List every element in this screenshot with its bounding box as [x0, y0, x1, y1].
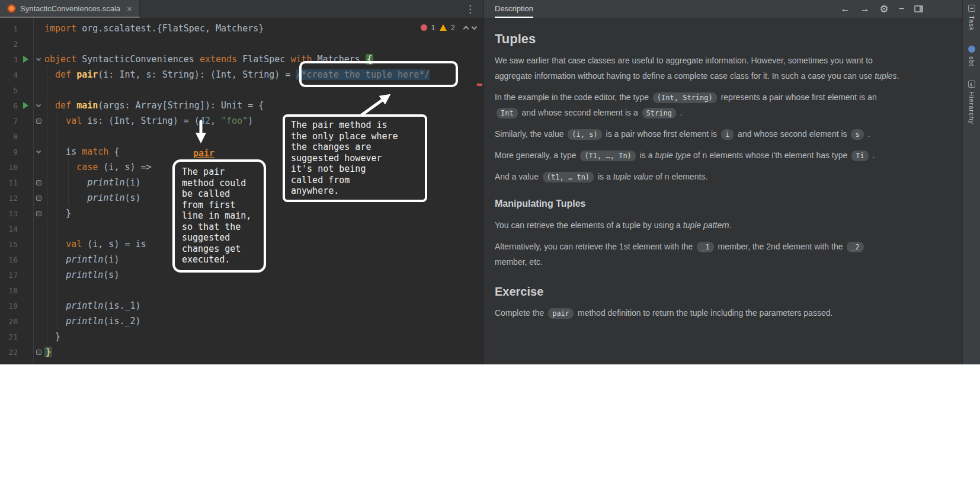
tab-description[interactable]: Description: [495, 0, 533, 18]
line-number[interactable]: 4: [0, 71, 18, 79]
code-line[interactable]: [44, 36, 430, 52]
forward-icon[interactable]: →: [860, 4, 869, 14]
line-number[interactable]: 5: [0, 86, 18, 95]
gutter-row[interactable]: 1: [0, 21, 44, 36]
gutter-row[interactable]: 18: [0, 283, 44, 298]
gutter-row[interactable]: 14: [0, 221, 44, 236]
layout-icon[interactable]: [914, 5, 923, 12]
gutter-row[interactable]: 4: [0, 67, 44, 82]
description-paragraph: We saw earlier that case classes are use…: [495, 53, 899, 84]
gutter-row[interactable]: 21: [0, 329, 44, 344]
line-number[interactable]: 6: [0, 101, 18, 110]
line-number[interactable]: 17: [0, 271, 18, 280]
hierarchy-icon: [968, 81, 975, 88]
stripe-item-sbt[interactable]: sbt: [968, 46, 975, 67]
prev-issue-icon[interactable]: [463, 26, 469, 32]
gutter-row[interactable]: 2: [0, 36, 44, 52]
code-token: [44, 177, 87, 188]
gutter-badge-icon[interactable]: [36, 180, 41, 185]
gutter-row[interactable]: 10: [0, 159, 44, 175]
settings-gear-icon[interactable]: ⚙: [879, 4, 888, 14]
minimize-icon[interactable]: −: [899, 4, 904, 14]
gutter-row[interactable]: 20: [0, 313, 44, 329]
gutter-badge-icon[interactable]: [36, 211, 41, 216]
line-number[interactable]: 1: [0, 24, 18, 33]
gutter-row[interactable]: 8: [0, 129, 44, 144]
code-token: println: [66, 270, 103, 280]
gutter-row[interactable]: 16: [0, 252, 44, 267]
fold-column: [33, 180, 44, 185]
code-token: [44, 162, 76, 172]
gutter-row[interactable]: 17: [0, 267, 44, 283]
fold-column: [33, 59, 44, 60]
line-number[interactable]: 18: [0, 286, 18, 295]
description-paragraph: You can retrieve the elements of a tuple…: [495, 217, 899, 233]
code-token: println: [66, 300, 103, 311]
gutter-badge-icon[interactable]: [36, 196, 41, 201]
code-token: println: [66, 316, 103, 326]
annotation-pair-hint: pair: [193, 148, 214, 159]
line-number[interactable]: 21: [0, 332, 18, 341]
fold-arrow-icon[interactable]: [36, 102, 41, 107]
line-number[interactable]: 12: [0, 194, 18, 203]
line-number[interactable]: 13: [0, 209, 18, 218]
more-options-icon[interactable]: ⋮: [465, 3, 475, 15]
fold-arrow-icon[interactable]: [36, 148, 41, 153]
code-token: [44, 116, 66, 126]
gutter-row[interactable]: 19: [0, 298, 44, 313]
editor-tab[interactable]: SyntacticConveniences.scala ×: [0, 0, 140, 18]
gutter-row[interactable]: 7: [0, 113, 44, 129]
code-line[interactable]: import org.scalatest.{FlatSpec, Matchers…: [44, 21, 430, 36]
gutter-row[interactable]: 5: [0, 82, 44, 98]
inspections-widget[interactable]: 1 2: [421, 23, 476, 32]
error-count: 1: [431, 23, 435, 32]
tab-close-icon[interactable]: ×: [127, 4, 132, 13]
code-line[interactable]: }: [44, 329, 430, 344]
gutter-row[interactable]: 15: [0, 236, 44, 252]
gutter-row[interactable]: 3: [0, 52, 44, 67]
code-line[interactable]: }: [44, 344, 430, 360]
code-token: FlatSpec: [242, 54, 290, 65]
code-line[interactable]: def main(args: Array[String]): Unit = {: [44, 98, 430, 113]
code-line[interactable]: println(is._2): [44, 313, 430, 329]
line-number[interactable]: 14: [0, 225, 18, 233]
exercise-heading: Exercise: [495, 284, 899, 299]
code-line[interactable]: [44, 283, 430, 298]
fold-arrow-icon[interactable]: [36, 56, 41, 60]
line-number[interactable]: 15: [0, 240, 18, 249]
line-number[interactable]: 2: [0, 40, 18, 49]
gutter-row[interactable]: 11: [0, 175, 44, 190]
line-number[interactable]: 8: [0, 132, 18, 141]
code-token: (s): [124, 193, 140, 203]
gutter-row[interactable]: 22: [0, 344, 44, 360]
line-number[interactable]: 22: [0, 348, 18, 357]
line-number[interactable]: 3: [0, 55, 18, 64]
gutter-row[interactable]: 13: [0, 206, 44, 221]
description-paragraph: Complete the pair method definition to r…: [495, 305, 899, 321]
stripe-item-hierarchy[interactable]: Hierarchy: [968, 81, 975, 124]
code-token: (i, s) =>: [103, 162, 151, 172]
code-line[interactable]: println(is._1): [44, 298, 430, 313]
gutter-badge-icon[interactable]: [36, 350, 41, 355]
editor-gutter: 12345678910111213141516171819202122: [0, 21, 44, 360]
line-number[interactable]: 7: [0, 117, 18, 126]
line-number[interactable]: 10: [0, 163, 18, 172]
next-issue-icon[interactable]: [472, 24, 478, 30]
line-number[interactable]: 20: [0, 317, 18, 326]
gutter-row[interactable]: 12: [0, 190, 44, 206]
gutter-row[interactable]: 6: [0, 98, 44, 113]
code-token: (i, s) = is: [87, 239, 146, 249]
annotation-callout-2: The pair method could be called from fir…: [172, 159, 266, 273]
run-icon[interactable]: [23, 56, 28, 63]
run-icon[interactable]: [23, 102, 28, 109]
line-number[interactable]: 11: [0, 178, 18, 187]
stripe-item-task[interactable]: Task: [968, 5, 975, 31]
line-number[interactable]: 9: [0, 148, 18, 156]
line-number[interactable]: 16: [0, 255, 18, 264]
code-token: match: [82, 146, 114, 157]
line-number[interactable]: 19: [0, 302, 18, 310]
back-icon[interactable]: ←: [840, 4, 850, 14]
gutter-row[interactable]: 9: [0, 144, 44, 159]
gutter-badge-icon[interactable]: [36, 119, 41, 124]
fold-column: [33, 119, 44, 124]
